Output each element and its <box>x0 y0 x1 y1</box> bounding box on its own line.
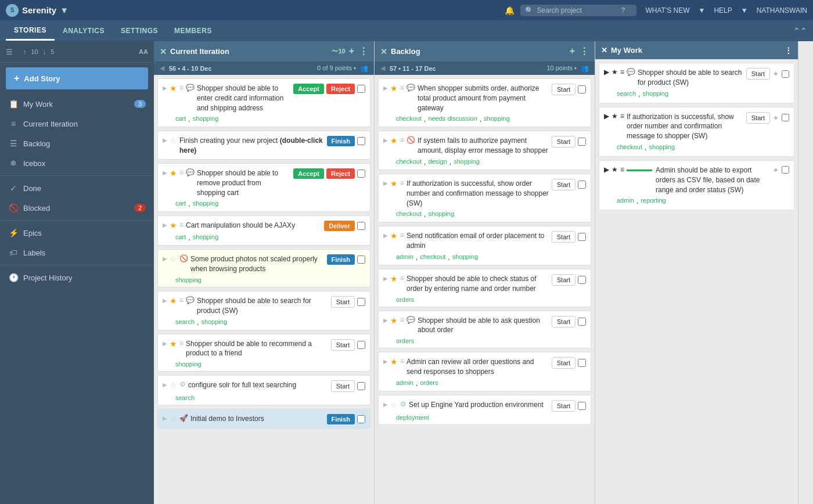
star-icon[interactable]: ☆ <box>390 400 398 409</box>
star-icon[interactable]: ★ <box>390 84 398 93</box>
move-icon[interactable]: ✦ <box>772 69 779 78</box>
expand-arrow[interactable]: ▶ <box>383 232 388 239</box>
tag-checkout[interactable]: checkout <box>396 210 422 218</box>
expand-arrow[interactable]: ▶ <box>163 297 167 304</box>
tag-cart[interactable]: cart <box>175 233 186 242</box>
start-button[interactable]: Start <box>552 136 575 147</box>
card-checkbox[interactable] <box>357 255 365 264</box>
close-backlog[interactable]: ✕ <box>380 47 387 56</box>
start-button[interactable]: Start <box>331 296 355 308</box>
tag-shopping[interactable]: shopping <box>201 318 227 326</box>
star-icon[interactable]: ★ <box>390 179 398 188</box>
add-story-button[interactable]: + Add Story <box>6 67 148 89</box>
expand-arrow[interactable]: ▶ <box>163 415 167 422</box>
star-icon[interactable]: ★ <box>170 296 177 305</box>
expand-arrow[interactable]: ▶ <box>163 255 167 262</box>
reject-button[interactable]: Reject <box>326 168 355 179</box>
star-icon[interactable]: ☆ <box>170 414 177 423</box>
start-button[interactable]: Start <box>746 68 770 80</box>
close-my-work[interactable]: ✕ <box>601 46 607 55</box>
sidebar-item-labels[interactable]: 🏷 Labels <box>0 243 154 262</box>
tag-cart[interactable]: cart <box>175 115 186 123</box>
sidebar-item-blocked[interactable]: 🚫 Blocked 2 <box>0 198 154 218</box>
card-checkbox[interactable] <box>357 341 365 349</box>
tag-shopping[interactable]: shopping <box>484 115 510 123</box>
expand-arrow[interactable]: ▶ <box>604 112 609 120</box>
list-icon[interactable]: ≡ <box>620 165 624 174</box>
tag-checkout[interactable]: checkout <box>420 253 445 261</box>
card-checkbox[interactable] <box>578 181 586 189</box>
chat-icon[interactable]: 💬 <box>406 84 415 92</box>
star-icon[interactable]: ☆ <box>170 136 177 145</box>
list-icon[interactable]: ≡ <box>179 221 184 229</box>
prev-sprint-arrow[interactable]: ◀ <box>160 64 164 72</box>
tag-orders[interactable]: orders <box>420 379 438 387</box>
card-checkbox[interactable] <box>782 70 789 78</box>
tag-shopping[interactable]: shopping <box>193 233 219 242</box>
my-work-menu-btn[interactable]: ⋮ <box>785 46 792 55</box>
list-icon[interactable]: ≡ <box>620 112 624 120</box>
accept-button[interactable]: Accept <box>293 168 324 179</box>
finish-button[interactable]: Finish <box>327 254 355 265</box>
tag-shopping[interactable]: shopping <box>452 253 479 261</box>
card-checkbox[interactable] <box>782 114 789 121</box>
help-icon[interactable]: ? <box>621 6 625 15</box>
tag-reporting[interactable]: reporting <box>641 197 665 205</box>
what-new-link[interactable]: WHAT'S NEW <box>645 6 689 15</box>
star-icon[interactable]: ★ <box>390 231 398 240</box>
start-button[interactable]: Start <box>331 380 355 392</box>
tag-shopping[interactable]: shopping <box>642 90 668 98</box>
tag-admin[interactable]: admin <box>396 379 413 387</box>
tag-orders[interactable]: orders <box>396 296 414 303</box>
expand-arrow[interactable]: ▶ <box>163 137 167 143</box>
card-checkbox[interactable] <box>357 137 365 145</box>
sidebar-item-epics[interactable]: ⚡ Epics <box>0 223 154 243</box>
tag-needs-discussion[interactable]: needs discussion <box>428 115 477 123</box>
add-to-backlog-btn[interactable]: + <box>570 46 575 57</box>
sidebar-item-icebox[interactable]: ❄ Icebox <box>0 153 154 173</box>
finish-button[interactable]: Finish <box>327 136 355 146</box>
collapse-button[interactable]: ⌃⌃ <box>793 26 807 35</box>
expand-arrow[interactable]: ▶ <box>604 165 609 174</box>
expand-arrow[interactable]: ▶ <box>383 85 388 91</box>
tag-checkout[interactable]: checkout <box>396 115 422 123</box>
start-button[interactable]: Start <box>552 231 575 243</box>
card-checkbox[interactable] <box>578 402 586 410</box>
expand-arrow[interactable]: ▶ <box>383 180 388 186</box>
sidebar-item-project-history[interactable]: 🕐 Project History <box>0 268 154 287</box>
start-button[interactable]: Start <box>552 274 575 286</box>
tag-search[interactable]: search <box>617 90 636 98</box>
star-icon[interactable]: ☆ <box>170 380 177 390</box>
tag-design[interactable]: design <box>428 158 447 166</box>
star-icon[interactable]: ★ <box>390 316 398 325</box>
tag-shopping[interactable]: shopping <box>175 361 202 368</box>
tag-shopping[interactable]: shopping <box>193 200 219 208</box>
chat-icon[interactable]: 💬 <box>186 84 195 92</box>
expand-arrow[interactable]: ▶ <box>383 317 388 323</box>
tab-analytics[interactable]: ANALYTICS <box>55 22 113 39</box>
tag-deployment[interactable]: deployment <box>396 414 429 421</box>
card-checkbox[interactable] <box>578 138 586 146</box>
tag-shopping[interactable]: shopping <box>193 115 219 123</box>
backlog-menu-btn[interactable]: ⋮ <box>580 46 589 57</box>
card-checkbox[interactable] <box>357 382 365 390</box>
start-button[interactable]: Start <box>552 316 575 327</box>
tag-search[interactable]: search <box>175 318 195 326</box>
tag-shopping[interactable]: shopping <box>175 276 202 283</box>
list-icon[interactable]: ≡ <box>400 231 404 239</box>
expand-arrow[interactable]: ▶ <box>383 401 388 408</box>
star-icon[interactable]: ☆ <box>170 254 177 264</box>
star-icon[interactable]: ★ <box>170 168 177 178</box>
move-icon[interactable]: ✦ <box>772 165 779 175</box>
star-icon[interactable]: ★ <box>611 165 618 174</box>
sidebar-item-my-work[interactable]: 📋 My Work 3 <box>0 94 154 114</box>
sidebar-item-done[interactable]: ✓ Done <box>0 178 154 198</box>
tag-checkout[interactable]: checkout <box>396 158 422 166</box>
list-icon[interactable]: ≡ <box>179 84 184 92</box>
tag-orders[interactable]: orders <box>396 337 414 344</box>
tag-checkout[interactable]: checkout <box>617 143 642 152</box>
search-input[interactable] <box>537 6 618 15</box>
card-checkbox[interactable] <box>578 359 586 367</box>
sidebar-item-current-iteration[interactable]: ≡ Current Iteration <box>0 114 154 134</box>
expand-arrow[interactable]: ▶ <box>383 275 388 282</box>
